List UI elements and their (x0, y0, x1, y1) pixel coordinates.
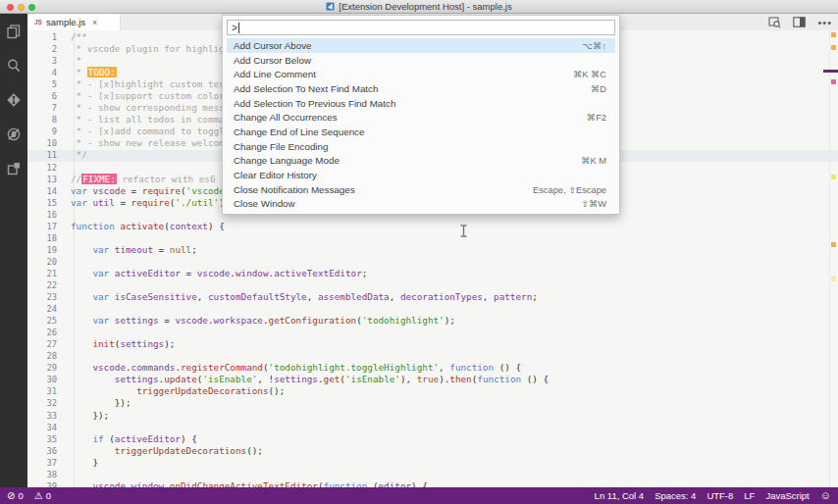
code-line[interactable]: 22 (27, 279, 838, 291)
code-line[interactable]: 38 (27, 469, 838, 480)
code-line[interactable]: 17function activate(context) { (27, 221, 838, 232)
line-number[interactable]: 5 (27, 78, 57, 90)
line-number[interactable]: 19 (27, 244, 57, 256)
line-number[interactable]: 10 (27, 137, 57, 149)
debug-icon[interactable] (6, 126, 22, 142)
status-item[interactable]: Ln 11, Col 4 (595, 490, 645, 501)
code-line[interactable]: 23 var isCaseSensitive, customDefaultSty… (27, 291, 838, 303)
line-number[interactable]: 26 (27, 327, 57, 338)
line-number[interactable]: 29 (27, 362, 57, 374)
line-number[interactable]: 34 (27, 422, 57, 433)
command-item[interactable]: Add Selection To Next Find Match⌘D (227, 81, 615, 96)
warning-count[interactable]: ⚠ 0 (34, 490, 51, 501)
line-number[interactable]: 32 (27, 397, 57, 409)
line-number[interactable]: 27 (27, 338, 57, 350)
code-line[interactable]: 29 vscode.commands.registerCommand('todo… (27, 362, 838, 374)
feedback-smiley-icon[interactable]: ☺ (820, 490, 831, 501)
line-number[interactable]: 11 (27, 149, 57, 161)
code-line[interactable]: 30 settings.update('isEnable', !settings… (27, 374, 838, 385)
line-number[interactable]: 3 (27, 55, 57, 67)
line-number[interactable]: 39 (27, 480, 57, 487)
code-line[interactable]: 36 triggerUpdateDecorations(); (27, 445, 838, 457)
line-number[interactable]: 4 (27, 67, 57, 78)
code-line[interactable]: 24 (27, 303, 838, 315)
line-number[interactable]: 6 (27, 90, 57, 102)
line-number[interactable]: 23 (27, 291, 57, 303)
line-number[interactable]: 18 (27, 232, 57, 244)
command-input[interactable]: > (227, 20, 615, 35)
line-number[interactable]: 33 (27, 410, 57, 422)
command-label: Close Notification Messages (234, 184, 355, 195)
command-item[interactable]: Close Notification MessagesEscape, ⇧Esca… (227, 182, 615, 197)
command-item[interactable]: Add Line Comment⌘K ⌘C (227, 67, 615, 81)
line-number[interactable]: 7 (27, 102, 57, 114)
minimize-window-button[interactable] (18, 4, 25, 11)
command-item[interactable]: Add Cursor Below (227, 53, 615, 68)
code-line[interactable]: 21 var activeEditor = vscode.window.acti… (27, 268, 838, 279)
line-number[interactable]: 16 (27, 209, 57, 221)
line-number[interactable]: 36 (27, 445, 57, 457)
command-item[interactable]: Change Language Mode⌘K M (227, 154, 615, 169)
code-line[interactable]: 27 init(settings); (27, 338, 838, 350)
code-line[interactable]: 39 vscode.window.onDidChangeActiveTextEd… (27, 480, 838, 487)
more-actions-icon[interactable]: ••• (817, 19, 832, 26)
line-number[interactable]: 38 (27, 469, 57, 480)
line-number[interactable]: 37 (27, 457, 57, 469)
command-item[interactable]: Change End of Line Sequence (227, 125, 615, 139)
line-number[interactable]: 25 (27, 315, 57, 327)
status-item[interactable]: JavaScript (765, 490, 809, 501)
line-number[interactable]: 13 (27, 174, 57, 185)
code-line[interactable]: 20 (27, 256, 838, 268)
code-line[interactable]: 34 (27, 422, 838, 433)
code-line[interactable]: 32 }); (27, 397, 838, 409)
line-number[interactable]: 30 (27, 374, 57, 385)
line-number[interactable]: 28 (27, 350, 57, 362)
command-item[interactable]: Add Cursor Above⌥⌘↑ (227, 38, 615, 53)
line-number[interactable]: 1 (27, 31, 57, 43)
line-number[interactable]: 22 (27, 279, 57, 291)
status-item[interactable]: Spaces: 4 (655, 490, 696, 501)
line-number[interactable]: 15 (27, 197, 57, 209)
code-line[interactable]: 33 }); (27, 410, 838, 422)
command-item[interactable]: Close Window⇧⌘W (227, 197, 615, 212)
code-line[interactable]: 28 (27, 350, 838, 362)
code-line[interactable]: 19 var timeout = null; (27, 244, 838, 256)
split-editor-icon[interactable] (793, 17, 806, 27)
line-number[interactable]: 20 (27, 256, 57, 268)
command-keybinding: ⇧⌘W (581, 198, 606, 209)
tab-close-icon[interactable]: × (92, 18, 97, 27)
close-window-button[interactable] (7, 4, 14, 11)
tab-sample-js[interactable]: JS sample.js × (27, 14, 121, 30)
line-number[interactable]: 35 (27, 433, 57, 445)
code-line[interactable]: 18 (27, 232, 838, 244)
line-number[interactable]: 2 (27, 43, 57, 55)
status-item[interactable]: LF (744, 490, 755, 501)
line-number[interactable]: 17 (27, 221, 57, 232)
error-count[interactable]: ⊘ 0 (7, 490, 24, 501)
command-item[interactable]: Add Selection To Previous Find Match (227, 96, 615, 111)
zoom-window-button[interactable] (28, 4, 35, 11)
source-control-icon[interactable] (6, 92, 22, 108)
search-icon[interactable] (6, 58, 22, 74)
line-number[interactable]: 24 (27, 303, 57, 315)
open-preview-icon[interactable] (768, 17, 781, 28)
line-number[interactable]: 21 (27, 268, 57, 279)
code-line[interactable]: 37 } (27, 457, 838, 469)
explorer-icon[interactable] (6, 24, 22, 39)
line-number[interactable]: 31 (27, 385, 57, 397)
window-controls (7, 4, 35, 11)
command-item[interactable]: Change All Occurrences⌘F2 (227, 110, 615, 125)
command-item[interactable]: Change File Encoding (227, 139, 615, 154)
line-number[interactable]: 8 (27, 114, 57, 126)
status-item[interactable]: UTF-8 (707, 490, 733, 501)
code-line[interactable]: 31 triggerUpdateDecorations(); (27, 385, 838, 397)
command-item[interactable]: Clear Editor History (227, 168, 615, 182)
line-number[interactable]: 14 (27, 185, 57, 197)
extensions-icon[interactable] (6, 161, 22, 176)
code-line[interactable]: 35 if (activeEditor) { (27, 433, 838, 445)
line-number[interactable]: 12 (27, 162, 57, 174)
error-icon: ⊘ (7, 491, 15, 501)
code-line[interactable]: 26 (27, 327, 838, 338)
code-line[interactable]: 25 var settings = vscode.workspace.getCo… (27, 315, 838, 327)
line-number[interactable]: 9 (27, 126, 57, 137)
